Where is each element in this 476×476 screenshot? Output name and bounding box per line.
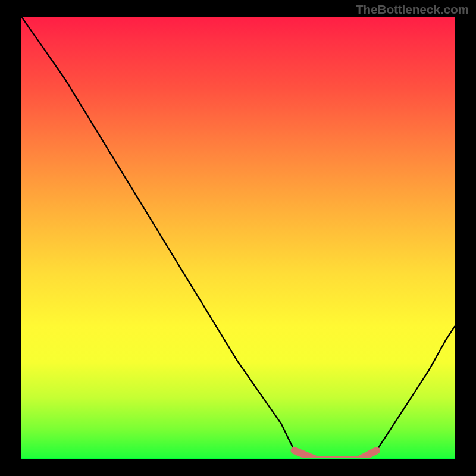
baseline (21, 458, 455, 459)
plot-area (21, 17, 455, 459)
chart-container: TheBottleneck.com (0, 0, 476, 476)
bottleneck-curve (21, 17, 455, 459)
attribution-text: TheBottleneck.com (356, 2, 469, 17)
curve-svg (21, 17, 455, 459)
